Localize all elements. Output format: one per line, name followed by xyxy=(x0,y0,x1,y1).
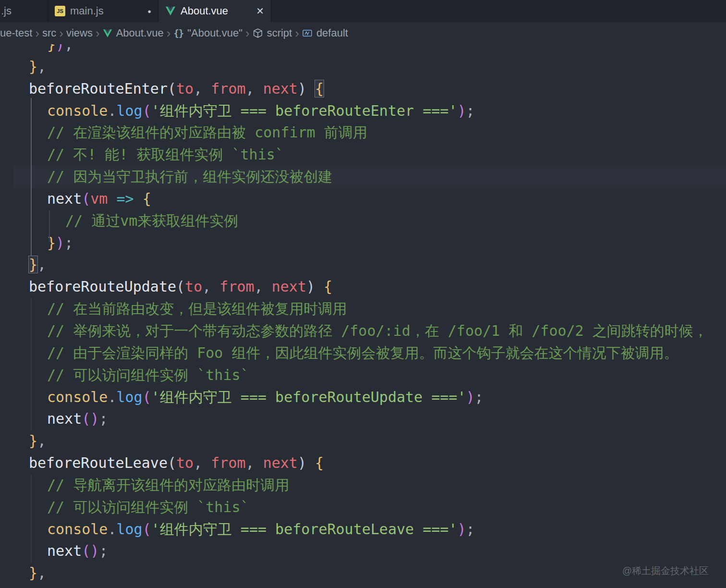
code-token: log xyxy=(117,102,143,119)
breadcrumb-item-script[interactable]: script xyxy=(253,27,292,39)
code-line[interactable]: }); xyxy=(0,232,726,254)
code-token: // 通过vm来获取组件实例 xyxy=(65,212,238,229)
indent-guide xyxy=(31,475,32,563)
code-line[interactable]: beforeRouteLeave(to, from, next) { xyxy=(0,452,726,474)
code-token: // 不! 能! 获取组件实例 `this` xyxy=(47,146,284,163)
close-icon[interactable]: ✕ xyxy=(256,6,264,16)
code-line[interactable]: beforeRouteEnter(to, from, next) { xyxy=(0,78,726,100)
code-token: console xyxy=(47,102,108,119)
watermark: @稀土掘金技术社区 xyxy=(622,564,709,577)
code-line[interactable]: // 可以访问组件实例 `this` xyxy=(0,496,726,518)
code-token: vm xyxy=(90,190,108,207)
code-token: next xyxy=(263,454,298,471)
indent-guide xyxy=(49,210,50,242)
code-token: next xyxy=(263,80,298,97)
tab-cropped-js-file[interactable]: .js xyxy=(0,0,48,22)
vue-icon xyxy=(165,6,176,16)
code-token: } xyxy=(47,44,56,53)
code-line[interactable]: // 在当前路由改变，但是该组件被复用时调用 xyxy=(0,298,726,320)
code-token: next xyxy=(47,410,82,427)
code-token: next xyxy=(47,542,82,559)
code-line[interactable]: }), xyxy=(0,44,726,56)
code-token: { xyxy=(315,454,324,471)
tab-label: About.vue xyxy=(181,5,228,17)
tab-main-js[interactable]: JS main.js ● xyxy=(48,0,158,22)
code-token: ) xyxy=(457,102,466,119)
code-line[interactable]: console.log('组件内守卫 === beforeRouteLeave … xyxy=(0,518,726,540)
code-token: ( xyxy=(168,80,176,97)
breadcrumb-label: src xyxy=(42,27,56,39)
code-token: . xyxy=(108,389,116,405)
code-token: ( xyxy=(82,410,90,427)
code-line[interactable]: // 在渲染该组件的对应路由被 confirm 前调用 xyxy=(0,122,726,144)
code-line[interactable]: // 通过vm来获取组件实例 xyxy=(0,210,726,232)
code-line[interactable]: // 因为当守卫执行前，组件实例还没被创建 xyxy=(0,166,726,188)
breadcrumb-item-symbol-root[interactable]: {} "About.vue" xyxy=(173,27,242,39)
code-line[interactable]: next(vm => { xyxy=(0,188,726,210)
code-line[interactable]: // 由于会渲染同样的 Foo 组件，因此组件实例会被复用。而这个钩子就会在这个… xyxy=(0,342,726,364)
code-token: ( xyxy=(176,278,185,295)
code-token xyxy=(108,190,116,207)
code-token: // 在当前路由改变，但是该组件被复用时调用 xyxy=(47,300,347,317)
code-token: . xyxy=(108,521,116,538)
code-token: log xyxy=(117,389,143,405)
code-token: beforeRouteUpdate xyxy=(29,278,176,295)
code-token: ) xyxy=(56,234,64,251)
modified-dot-icon[interactable]: ● xyxy=(147,8,151,14)
code-line[interactable]: // 导航离开该组件的对应路由时调用 xyxy=(0,474,726,496)
breadcrumb-item-default[interactable]: default xyxy=(302,27,348,39)
chevron-right-icon: › xyxy=(292,27,302,39)
code-token: ) xyxy=(298,80,306,97)
breadcrumb-item-file[interactable]: About.vue xyxy=(103,27,164,39)
code-token: ; xyxy=(99,410,108,427)
code-line[interactable]: // 可以访问组件实例 `this` xyxy=(0,364,726,386)
code-editor[interactable]: }),},beforeRouteEnter(to, from, next) {c… xyxy=(0,44,726,588)
code-line[interactable]: }, xyxy=(0,254,726,276)
code-token: ( xyxy=(82,542,90,559)
code-line[interactable]: next(); xyxy=(0,540,726,562)
object-symbol-icon: {} xyxy=(173,28,183,38)
code-token: next xyxy=(47,190,82,207)
code-token: { xyxy=(143,190,151,207)
code-token: to xyxy=(176,80,194,97)
code-token: , xyxy=(37,564,46,581)
code-line[interactable]: // 不! 能! 获取组件实例 `this` xyxy=(0,144,726,166)
code-line[interactable]: }, xyxy=(0,562,726,584)
breadcrumb-item-views[interactable]: views xyxy=(66,27,93,39)
code-token: // 在渲染该组件的对应路由被 confirm 前调用 xyxy=(47,124,367,141)
code-token: // 由于会渲染同样的 Foo 组件，因此组件实例会被复用。而这个钩子就会在这个… xyxy=(47,344,678,361)
breadcrumb-item-src[interactable]: src xyxy=(42,27,56,39)
module-cube-icon xyxy=(253,28,263,38)
code-token: ; xyxy=(466,521,474,538)
code-line[interactable]: // 举例来说，对于一个带有动态参数的路径 /foo/:id，在 /foo/1 … xyxy=(0,320,726,342)
code-token: , xyxy=(202,278,219,295)
code-token: console xyxy=(47,389,108,405)
code-token: to xyxy=(185,278,202,295)
code-line[interactable]: console.log('组件内守卫 === beforeRouteUpdate… xyxy=(0,386,726,408)
code-token: log xyxy=(117,521,143,538)
code-line[interactable]: }, xyxy=(0,430,726,452)
code-token: . xyxy=(108,102,116,119)
breadcrumb-item-project[interactable]: ue-test xyxy=(0,27,32,39)
code-token: '组件内守卫 === beforeRouteEnter ===' xyxy=(151,102,458,119)
code-token: to xyxy=(176,454,194,471)
code-lines: }),},beforeRouteEnter(to, from, next) {c… xyxy=(0,44,726,584)
code-token: , xyxy=(194,80,211,97)
code-token: ; xyxy=(466,102,474,119)
vue-icon xyxy=(103,29,112,38)
code-line[interactable]: beforeRouteUpdate(to, from, next) { xyxy=(0,276,726,298)
code-token: => xyxy=(117,190,134,207)
breadcrumb-label: "About.vue" xyxy=(187,27,242,39)
code-token: } xyxy=(29,432,37,449)
breadcrumb-label: About.vue xyxy=(116,27,164,39)
breadcrumb-label: script xyxy=(267,27,292,39)
code-line[interactable]: }, xyxy=(0,56,726,78)
code-token: ( xyxy=(143,389,151,405)
code-line[interactable]: next(); xyxy=(0,408,726,430)
tab-about-vue[interactable]: About.vue ✕ xyxy=(158,0,271,22)
vscode-window: { "tabs": { "partial": { "label": ".js" … xyxy=(0,0,726,588)
code-line[interactable]: console.log('组件内守卫 === beforeRouteEnter … xyxy=(0,100,726,122)
tab-label: main.js xyxy=(70,5,104,17)
code-token: } xyxy=(47,234,56,251)
code-token: , xyxy=(64,44,73,53)
